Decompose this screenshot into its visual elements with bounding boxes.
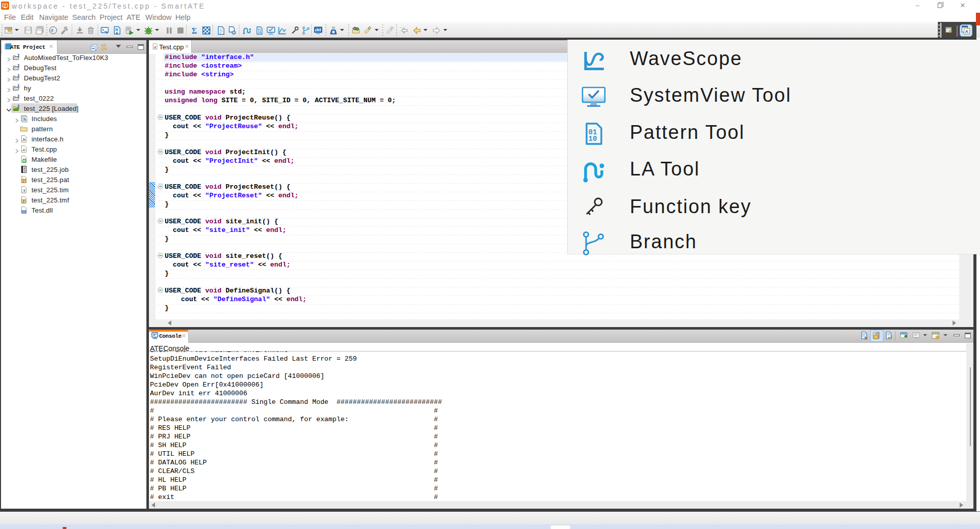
svg-text:R: R bbox=[115, 27, 118, 32]
svg-text:10: 10 bbox=[589, 135, 597, 143]
svg-text:J: J bbox=[17, 94, 19, 99]
svg-text:10: 10 bbox=[258, 31, 261, 34]
svg-text:Σ: Σ bbox=[192, 26, 197, 35]
svg-text:J: J bbox=[17, 53, 19, 58]
svg-text:J: J bbox=[17, 84, 19, 89]
svg-text:h: h bbox=[23, 117, 26, 122]
svg-text:.h: .h bbox=[22, 137, 25, 142]
svg-text:.c: .c bbox=[154, 45, 157, 49]
svg-text:.c: .c bbox=[22, 148, 25, 152]
svg-text:A: A bbox=[965, 29, 969, 34]
svg-text:J: J bbox=[17, 74, 19, 78]
svg-text:#: # bbox=[51, 28, 53, 33]
svg-text:J: J bbox=[17, 104, 19, 109]
svg-text:F: F bbox=[23, 199, 25, 203]
svg-text:P: P bbox=[23, 179, 25, 183]
svg-text:.T: .T bbox=[22, 189, 25, 193]
svg-text:J: J bbox=[17, 64, 19, 68]
svg-text:010: 010 bbox=[22, 210, 27, 213]
